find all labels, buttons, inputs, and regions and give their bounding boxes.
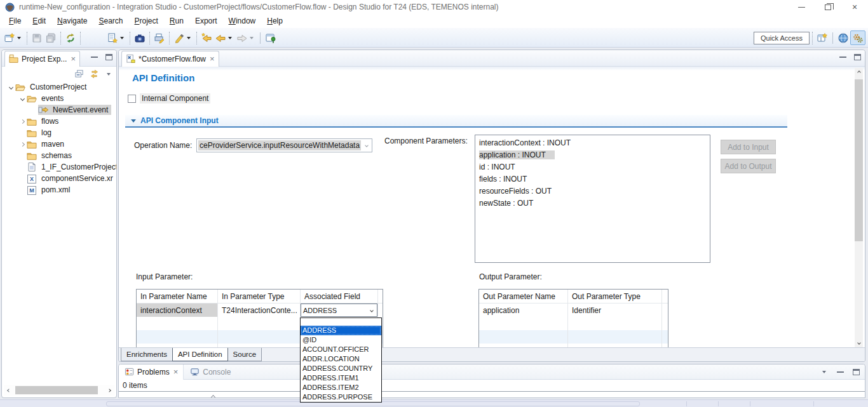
maximize-editor-icon[interactable]: [854, 54, 861, 60]
marker-button[interactable]: [172, 31, 194, 45]
scrollbar-thumb[interactable]: [15, 386, 98, 394]
in-parameter-type-cell[interactable]: T24InteractionConte...: [218, 304, 301, 317]
api-component-input-section-header[interactable]: API Component Input: [125, 115, 787, 128]
collapse-all-icon[interactable]: [74, 69, 84, 79]
tab-source[interactable]: Source: [227, 348, 262, 361]
new-dropdown-arrow-icon[interactable]: [17, 37, 21, 39]
dropdown-option[interactable]: ADDRESS.ITEM2: [301, 383, 381, 392]
parameter-item[interactable]: newState : OUT: [475, 197, 710, 210]
maximize-view-icon[interactable]: [853, 369, 860, 375]
dropdown-option-selected[interactable]: ADDRESS: [301, 326, 381, 335]
menu-navigate[interactable]: Navigate: [51, 15, 93, 27]
tree-item-schemas[interactable]: schemas: [2, 150, 116, 161]
close-editor-icon[interactable]: ×: [210, 56, 215, 62]
close-view-icon[interactable]: ×: [173, 369, 179, 375]
tab-enrichments[interactable]: Enrichments: [121, 348, 173, 361]
dropdown-option[interactable]: ADDR.LOCATION: [301, 354, 381, 364]
minimize-editor-icon[interactable]: [839, 57, 846, 58]
minimize-button[interactable]: [788, 0, 815, 14]
out-parameter-type-cell[interactable]: Identifier: [568, 304, 662, 317]
close-view-icon[interactable]: ×: [71, 56, 76, 62]
refresh-button[interactable]: [64, 31, 78, 45]
scrollbar-thumb[interactable]: [855, 79, 863, 241]
new-wizard-dropdown-arrow-icon[interactable]: [120, 37, 124, 39]
collapsed-chevron-icon[interactable]: [20, 119, 25, 123]
minimize-view-icon[interactable]: [837, 371, 844, 373]
tree-item-pom[interactable]: M pom.xml: [2, 184, 116, 196]
minimize-view-icon[interactable]: [91, 57, 98, 58]
menu-window[interactable]: Window: [223, 15, 262, 27]
column-header[interactable]: Out Parameter Type: [568, 290, 662, 304]
collapsed-chevron-icon[interactable]: [20, 142, 25, 146]
close-button[interactable]: ×: [841, 0, 868, 14]
back-button[interactable]: [214, 31, 235, 45]
vertical-scrollbar[interactable]: [855, 68, 863, 347]
scroll-left-icon[interactable]: [4, 385, 14, 396]
quick-access-button[interactable]: Quick Access: [754, 32, 810, 44]
parameter-item[interactable]: resourceFields : OUT: [475, 185, 710, 197]
dropdown-option[interactable]: @ID: [301, 335, 381, 345]
camera-button[interactable]: [133, 31, 147, 45]
menu-export[interactable]: Export: [189, 15, 223, 27]
tree-item-customerproject[interactable]: CustomerProject: [2, 81, 116, 93]
column-header[interactable]: Out Parameter Name: [479, 290, 568, 304]
editor-tab-customerflow[interactable]: *CustomerFlow.flow ×: [121, 51, 219, 67]
expanded-chevron-icon[interactable]: [20, 96, 25, 100]
dropdown-option[interactable]: ADDRESS.PURPOSE: [301, 392, 381, 402]
pin-editor-button[interactable]: [264, 31, 278, 45]
console-tab[interactable]: Console: [184, 367, 237, 377]
tree-item-flows[interactable]: flows: [2, 116, 116, 127]
new-button[interactable]: [3, 31, 24, 45]
print-edit-button[interactable]: [153, 31, 166, 45]
menu-project[interactable]: Project: [128, 15, 163, 27]
menu-help[interactable]: Help: [261, 15, 288, 27]
marker-dropdown-arrow-icon[interactable]: [187, 37, 191, 39]
scroll-down-icon[interactable]: [855, 338, 863, 347]
associated-field-cell[interactable]: ADDRESS: [301, 304, 378, 317]
view-menu-icon[interactable]: [822, 371, 826, 373]
column-header[interactable]: In Parameter Name: [137, 290, 218, 304]
associated-field-combo[interactable]: ADDRESS: [301, 304, 377, 317]
column-header[interactable]: In Parameter Type: [218, 290, 301, 304]
parameter-item-selected[interactable]: application : INOUT: [475, 149, 710, 161]
restore-button[interactable]: [815, 0, 841, 14]
component-parameters-list[interactable]: interactionContext : INOUT application :…: [475, 135, 710, 263]
open-perspective-button[interactable]: [815, 31, 829, 45]
parameter-item[interactable]: fields : INOUT: [475, 173, 710, 185]
input-table-row[interactable]: interactionContext T24InteractionConte..…: [137, 304, 383, 317]
parameter-item[interactable]: id : INOUT: [475, 161, 710, 173]
maximize-view-icon[interactable]: [105, 54, 112, 60]
menu-edit[interactable]: Edit: [27, 15, 51, 27]
tree-item-maven[interactable]: maven: [2, 138, 116, 150]
tree-item-componentservice[interactable]: X componentService.xr: [2, 173, 116, 184]
web-perspective-button[interactable]: [836, 31, 850, 45]
tree-item-newevent[interactable]: NewEvent.event: [2, 104, 116, 116]
menu-run[interactable]: Run: [164, 15, 189, 27]
menu-search[interactable]: Search: [93, 15, 128, 27]
expanded-chevron-icon[interactable]: [9, 84, 13, 89]
project-explorer-tab[interactable]: Project Exp... ×: [4, 51, 80, 67]
column-header[interactable]: Associated Field: [301, 290, 378, 304]
back-to-new-button[interactable]: [200, 31, 214, 45]
section-collapse-icon[interactable]: [131, 119, 136, 123]
scroll-right-icon[interactable]: [104, 385, 114, 396]
output-table-row[interactable]: application Identifier: [479, 304, 668, 317]
tree-item-events[interactable]: events: [2, 93, 116, 104]
internal-component-checkbox[interactable]: [128, 95, 136, 103]
in-parameter-name-cell[interactable]: interactionContext: [137, 304, 218, 317]
menu-file[interactable]: File: [3, 15, 27, 27]
new-wizard-button[interactable]: [105, 31, 127, 45]
tab-api-definition[interactable]: API Definition: [172, 348, 228, 361]
out-parameter-name-cell[interactable]: application: [479, 304, 568, 317]
link-with-editor-icon[interactable]: [90, 69, 99, 79]
view-menu-icon[interactable]: [107, 73, 111, 76]
parameter-item[interactable]: interactionContext : INOUT: [475, 137, 710, 149]
back-dropdown-arrow-icon[interactable]: [228, 37, 232, 39]
scroll-up-icon[interactable]: [855, 68, 863, 77]
operation-name-combo[interactable]: ceProviderService.inputResourceWithMetad…: [196, 138, 372, 152]
dropdown-option[interactable]: ACCOUNT.OFFICER: [301, 345, 381, 354]
scrollbar-track[interactable]: [14, 386, 104, 394]
tree-item-if-customerproject[interactable]: 1_IF_CustomerProject: [2, 161, 116, 173]
dropdown-option[interactable]: ADDRESS.COUNTRY: [301, 364, 381, 373]
horizontal-scrollbar[interactable]: [4, 385, 114, 396]
